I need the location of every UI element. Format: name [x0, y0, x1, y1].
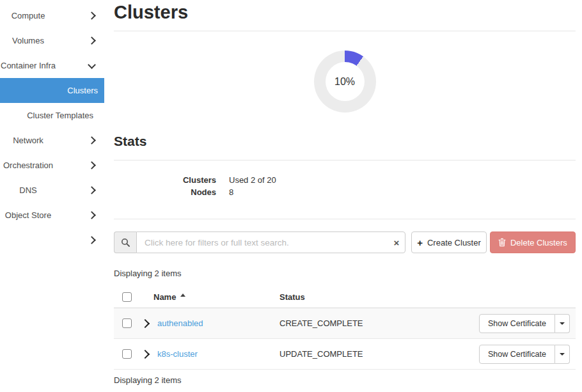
sidebar: Compute Volumes Container Infra Clusters…	[0, 0, 104, 253]
create-cluster-button[interactable]: + Create Cluster	[411, 231, 486, 253]
delete-clusters-label: Delete Clusters	[510, 238, 567, 247]
sidebar-item-label: Network	[0, 136, 56, 145]
cluster-status: CREATE_COMPLETE	[279, 318, 473, 328]
chevron-right-icon	[89, 162, 95, 168]
sidebar-item-label: Orchestration	[0, 161, 56, 170]
sort-ascending-icon	[180, 294, 185, 297]
show-certificate-button[interactable]: Show Certificate	[479, 345, 555, 364]
caret-down-icon	[560, 322, 565, 325]
search-icon[interactable]	[114, 231, 136, 253]
usage-chart-section: 10%	[114, 51, 576, 113]
title-divider	[114, 31, 576, 31]
plus-icon: +	[417, 238, 423, 247]
cluster-name-link[interactable]: k8s-cluster	[157, 349, 198, 359]
sidebar-item-label: Container Infra	[0, 61, 56, 70]
donut-center-label: 10%	[326, 62, 365, 101]
page-title: Clusters	[114, 2, 576, 23]
column-header-status[interactable]: Status	[279, 292, 473, 302]
clear-search-icon[interactable]: ×	[394, 238, 400, 247]
main-content: Clusters 10% Stats Clusters Used 2 of 20…	[114, 0, 576, 385]
row-checkbox[interactable]	[122, 318, 132, 328]
row-checkbox[interactable]	[122, 349, 132, 359]
actions-dropdown-toggle[interactable]	[555, 345, 570, 364]
items-count-top: Displaying 2 items	[114, 269, 576, 278]
search-bar: ×	[114, 231, 405, 253]
stats-list: Clusters Used 2 of 20 Nodes 8	[114, 174, 576, 198]
stat-value: 8	[229, 186, 233, 198]
delete-clusters-button[interactable]: Delete Clusters	[490, 231, 576, 253]
clusters-table: Name Status authenabled CREATE_COMPLETE …	[114, 286, 576, 370]
column-header-name[interactable]: Name	[153, 292, 176, 302]
cluster-name-link[interactable]: authenabled	[157, 318, 203, 328]
chevron-right-icon	[89, 212, 95, 218]
actions-dropdown-toggle[interactable]	[555, 314, 570, 333]
expand-row-icon[interactable]	[141, 350, 150, 359]
table-header-row: Name Status	[114, 286, 576, 308]
chevron-right-icon	[89, 187, 95, 193]
sidebar-item-blank[interactable]	[0, 228, 104, 253]
sidebar-item-object-store[interactable]: Object Store	[0, 203, 104, 228]
chevron-right-icon	[89, 38, 95, 43]
row-actions: Show Certificate	[479, 345, 570, 364]
sidebar-item-dns[interactable]: DNS	[0, 178, 104, 203]
search-input-wrap: ×	[136, 231, 405, 253]
sidebar-item-container-infra[interactable]: Container Infra	[0, 53, 104, 78]
chevron-right-icon	[89, 237, 95, 243]
sidebar-item-cluster-templates[interactable]: Cluster Templates	[0, 103, 104, 128]
stat-label: Nodes	[114, 186, 216, 198]
stat-label: Clusters	[114, 174, 216, 186]
stat-row-nodes: Nodes 8	[114, 186, 576, 198]
items-count-bottom: Displaying 2 items	[114, 375, 576, 385]
cluster-status: UPDATE_COMPLETE	[279, 349, 473, 359]
search-input[interactable]	[136, 231, 405, 253]
chevron-right-icon	[89, 13, 95, 19]
section-divider	[114, 219, 576, 219]
sidebar-item-label: Clusters	[67, 86, 98, 95]
sidebar-item-orchestration[interactable]: Orchestration	[0, 153, 104, 178]
sidebar-item-label: Compute	[0, 11, 56, 20]
sidebar-item-network[interactable]: Network	[0, 128, 104, 153]
sidebar-item-label: Cluster Templates	[27, 111, 93, 120]
stat-value: Used 2 of 20	[229, 174, 276, 186]
table-toolbar: × + Create Cluster Delete Clusters	[114, 231, 576, 253]
row-actions: Show Certificate	[479, 314, 570, 333]
trash-icon	[498, 238, 506, 247]
create-cluster-label: Create Cluster	[427, 238, 481, 247]
show-certificate-button[interactable]: Show Certificate	[479, 314, 555, 333]
stats-divider	[114, 160, 576, 161]
sidebar-item-label: Object Store	[0, 210, 56, 220]
usage-donut-chart: 10%	[314, 51, 376, 113]
expand-row-icon[interactable]	[141, 319, 150, 328]
caret-down-icon	[560, 353, 565, 356]
table-row: authenabled CREATE_COMPLETE Show Certifi…	[114, 308, 576, 339]
chevron-down-icon	[89, 64, 95, 68]
sidebar-item-label: DNS	[0, 185, 56, 195]
sidebar-item-volumes[interactable]: Volumes	[0, 28, 104, 53]
sidebar-item-clusters[interactable]: Clusters	[0, 78, 104, 103]
chevron-right-icon	[89, 137, 95, 143]
stat-row-clusters: Clusters Used 2 of 20	[114, 174, 576, 186]
stats-heading: Stats	[114, 134, 576, 149]
table-row: k8s-cluster UPDATE_COMPLETE Show Certifi…	[114, 339, 576, 370]
sidebar-item-compute[interactable]: Compute	[0, 3, 104, 28]
select-all-checkbox[interactable]	[122, 292, 132, 302]
sidebar-item-label: Volumes	[0, 36, 56, 45]
